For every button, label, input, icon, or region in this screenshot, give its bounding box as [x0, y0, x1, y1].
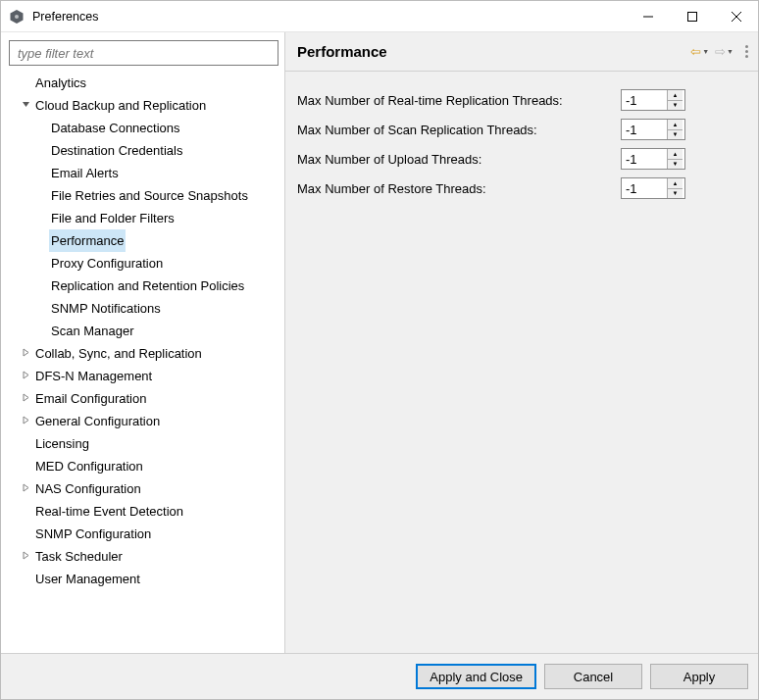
spin-up-button[interactable]: ▲ [668, 90, 683, 101]
form-label: Max Number of Scan Replication Threads: [297, 123, 621, 137]
svg-marker-9 [24, 394, 28, 401]
arrow-left-icon: ⇦ [690, 44, 701, 59]
apply-and-close-button[interactable]: Apply and Close [416, 664, 536, 689]
form-row: Max Number of Restore Threads:▲▼ [297, 177, 746, 199]
tree-item[interactable]: Scan Manager [7, 320, 284, 342]
spin-down-button[interactable]: ▼ [668, 130, 683, 140]
chevron-down-icon[interactable] [18, 94, 33, 117]
tree-pane: AnalyticsCloud Backup and ReplicationDat… [1, 32, 285, 653]
spin-down-button[interactable]: ▼ [668, 101, 683, 111]
spin-down-button[interactable]: ▼ [668, 160, 683, 170]
tree-item-label: SNMP Configuration [33, 523, 153, 545]
tree-item-label: General Configuration [33, 410, 162, 432]
tree-item[interactable]: Cloud Backup and Replication [7, 94, 284, 117]
chevron-right-icon[interactable] [18, 365, 33, 387]
filter-box[interactable] [9, 40, 278, 66]
number-spinbox[interactable]: ▲▼ [621, 89, 685, 111]
tree-item[interactable]: NAS Configuration [7, 477, 284, 500]
nav-forward-button[interactable]: ⇨ ▼ [715, 44, 734, 59]
cancel-button[interactable]: Cancel [544, 664, 642, 689]
chevron-right-icon[interactable] [18, 387, 33, 410]
tree-item[interactable]: SNMP Configuration [7, 523, 284, 545]
filter-input[interactable] [16, 45, 272, 62]
tree-item-label: MED Configuration [33, 455, 145, 477]
spin-down-button[interactable]: ▼ [668, 189, 683, 199]
tree-item-label: SNMP Notifications [49, 297, 163, 320]
tree-item-label: Task Scheduler [33, 545, 125, 568]
apply-button[interactable]: Apply [650, 664, 748, 689]
number-input[interactable] [622, 152, 667, 167]
spin-up-button[interactable]: ▲ [668, 120, 683, 130]
window-controls [626, 1, 758, 31]
spin-up-button[interactable]: ▲ [668, 178, 683, 189]
tree-item[interactable]: Analytics [7, 72, 284, 94]
tree-item-label: Destination Credentials [49, 139, 184, 162]
svg-marker-6 [23, 102, 29, 107]
chevron-right-icon[interactable] [18, 410, 33, 432]
number-input[interactable] [622, 93, 667, 108]
tree-item-label: Email Alerts [49, 162, 121, 184]
svg-marker-10 [24, 417, 28, 424]
view-menu-button[interactable] [745, 45, 748, 58]
tree-item-label: File and Folder Filters [49, 207, 177, 229]
tree-item-label: Replication and Retention Policies [49, 275, 246, 297]
tree-item[interactable]: User Management [7, 568, 284, 590]
tree-item[interactable]: Email Configuration [7, 387, 284, 410]
svg-rect-3 [687, 12, 696, 21]
number-spinbox[interactable]: ▲▼ [621, 177, 685, 199]
footer: Apply and Close Cancel Apply [1, 653, 758, 699]
app-icon [9, 9, 25, 25]
number-input[interactable] [622, 181, 667, 196]
form-row: Max Number of Upload Threads:▲▼ [297, 148, 746, 170]
form-area: Max Number of Real-time Replication Thre… [285, 72, 758, 225]
form-label: Max Number of Real-time Replication Thre… [297, 93, 621, 108]
tree-item-label: Database Connections [49, 117, 182, 139]
chevron-down-icon: ▼ [727, 48, 734, 55]
window-title: Preferences [32, 10, 626, 24]
close-button[interactable] [714, 1, 758, 31]
tree-item[interactable]: General Configuration [7, 410, 284, 432]
tree-item[interactable]: File Retries and Source Snapshots [7, 184, 284, 207]
tree-item[interactable]: Email Alerts [7, 162, 284, 184]
tree-item[interactable]: Collab, Sync, and Replication [7, 342, 284, 365]
tree-item[interactable]: File and Folder Filters [7, 207, 284, 229]
svg-marker-12 [24, 552, 28, 559]
chevron-right-icon[interactable] [18, 545, 33, 568]
tree-item[interactable]: Replication and Retention Policies [7, 275, 284, 297]
tree-item-label: Proxy Configuration [49, 252, 165, 275]
content-title: Performance [297, 43, 690, 60]
minimize-button[interactable] [626, 1, 670, 31]
svg-point-1 [15, 15, 19, 19]
maximize-button[interactable] [670, 1, 714, 31]
tree-item[interactable]: Real-time Event Detection [7, 500, 284, 523]
tree-item-label: NAS Configuration [33, 477, 143, 500]
tree-item-label: Performance [49, 229, 126, 252]
tree-item[interactable]: MED Configuration [7, 455, 284, 477]
tree-item-label: Real-time Event Detection [33, 500, 185, 523]
tree-item[interactable]: Database Connections [7, 117, 284, 139]
nav-back-button[interactable]: ⇦ ▼ [690, 44, 709, 59]
number-spinbox[interactable]: ▲▼ [621, 119, 685, 140]
tree-item[interactable]: Destination Credentials [7, 139, 284, 162]
tree-item[interactable]: SNMP Notifications [7, 297, 284, 320]
titlebar: Preferences [1, 1, 758, 32]
form-row: Max Number of Scan Replication Threads:▲… [297, 119, 746, 140]
tree-item-label: Cloud Backup and Replication [33, 94, 208, 117]
number-input[interactable] [622, 123, 667, 137]
chevron-right-icon[interactable] [18, 477, 33, 500]
number-spinbox[interactable]: ▲▼ [621, 148, 685, 170]
content-pane: Performance ⇦ ▼ ⇨ ▼ Max Number of Real-t… [285, 32, 758, 653]
nav-arrows: ⇦ ▼ ⇨ ▼ [690, 44, 748, 59]
tree-item[interactable]: Performance [7, 229, 284, 252]
tree-item-label: Analytics [33, 72, 88, 94]
tree-item-label: File Retries and Source Snapshots [49, 184, 250, 207]
chevron-down-icon: ▼ [702, 48, 709, 55]
chevron-right-icon[interactable] [18, 342, 33, 365]
tree-item[interactable]: Licensing [7, 432, 284, 455]
svg-marker-11 [24, 484, 28, 491]
tree: AnalyticsCloud Backup and ReplicationDat… [7, 72, 284, 590]
tree-item[interactable]: Task Scheduler [7, 545, 284, 568]
spin-up-button[interactable]: ▲ [668, 149, 683, 160]
tree-item[interactable]: Proxy Configuration [7, 252, 284, 275]
tree-item[interactable]: DFS-N Management [7, 365, 284, 387]
